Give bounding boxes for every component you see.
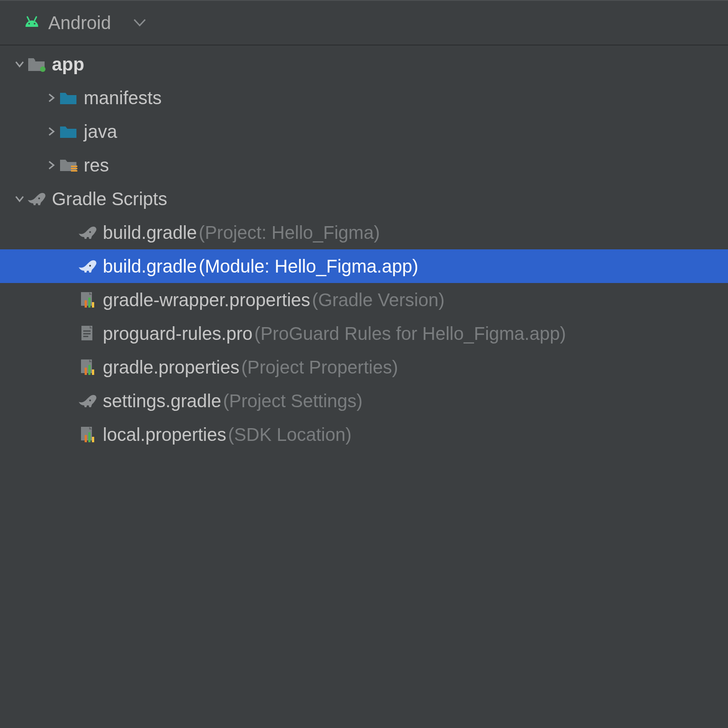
- properties-file-icon: [77, 291, 97, 308]
- svg-rect-5: [71, 166, 77, 167]
- project-view-selector[interactable]: Android: [0, 0, 728, 46]
- svg-rect-22: [92, 369, 94, 375]
- chevron-right-icon: [45, 92, 58, 103]
- tree-node-gradle-file[interactable]: local.properties(SDK Location): [0, 418, 728, 451]
- tree-node-gradle-scripts[interactable]: Gradle Scripts: [0, 182, 728, 216]
- folder-icon: [58, 124, 78, 139]
- svg-line-1: [35, 17, 36, 20]
- svg-point-8: [38, 197, 40, 199]
- svg-rect-27: [92, 437, 94, 442]
- tree-label: settings.gradle: [103, 392, 221, 410]
- chevron-down-icon: [13, 59, 26, 70]
- android-icon: [23, 15, 41, 30]
- tree-label: res: [84, 156, 109, 174]
- properties-file-icon: [77, 426, 97, 443]
- chevron-right-icon: [45, 126, 58, 137]
- tree-node-gradle-file[interactable]: build.gradle(Project: Hello_Figma): [0, 216, 728, 249]
- svg-point-9: [89, 231, 91, 233]
- svg-rect-17: [83, 333, 91, 334]
- gradle-icon: [26, 192, 46, 206]
- svg-line-0: [27, 17, 29, 20]
- tree-label: build.gradle: [103, 223, 197, 242]
- tree-label-hint: (ProGuard Rules for Hello_Figma.app): [254, 324, 566, 343]
- module-folder-icon: [26, 56, 46, 72]
- tree-node-gradle-file[interactable]: proguard-rules.pro(ProGuard Rules for He…: [0, 317, 728, 350]
- tree-label-hint: (Module: Hello_Figma.app): [199, 257, 418, 275]
- tree-node-gradle-file[interactable]: settings.gradle(Project Settings): [0, 384, 728, 418]
- gradle-icon: [77, 259, 97, 273]
- tree-node-manifests[interactable]: manifests: [0, 81, 728, 115]
- chevron-right-icon: [45, 160, 58, 171]
- tree-label-hint: (SDK Location): [228, 425, 351, 444]
- tree-label-hint: (Project Settings): [223, 392, 363, 410]
- tree-label: java: [84, 122, 117, 141]
- svg-rect-13: [88, 298, 91, 308]
- tree-node-gradle-file[interactable]: gradle.properties(Project Properties): [0, 350, 728, 384]
- tree-label: gradle-wrapper.properties: [103, 291, 310, 309]
- svg-rect-25: [85, 435, 87, 442]
- tree-label: proguard-rules.pro: [103, 324, 253, 343]
- tree-node-res[interactable]: res: [0, 148, 728, 182]
- tree-label: gradle.properties: [103, 358, 239, 376]
- svg-rect-6: [71, 168, 77, 169]
- tree-node-gradle-file[interactable]: build.gradle(Module: Hello_Figma.app): [0, 249, 728, 283]
- svg-rect-14: [92, 302, 94, 308]
- svg-rect-16: [83, 330, 91, 332]
- svg-rect-26: [88, 432, 91, 442]
- tree-label: app: [52, 55, 84, 73]
- tree-node-gradle-file[interactable]: gradle-wrapper.properties(Gradle Version…: [0, 283, 728, 317]
- properties-file-icon: [77, 359, 97, 376]
- gradle-icon: [77, 225, 97, 240]
- folder-icon: [58, 91, 78, 105]
- resource-folder-icon: [58, 157, 78, 173]
- gradle-icon: [77, 394, 97, 408]
- tree-label: manifests: [84, 89, 162, 107]
- tree-label-hint: (Gradle Version): [312, 291, 445, 309]
- svg-rect-12: [85, 300, 87, 308]
- svg-rect-18: [83, 336, 88, 337]
- svg-rect-21: [88, 365, 91, 375]
- svg-point-2: [28, 23, 30, 25]
- tree-label: Gradle Scripts: [52, 190, 167, 208]
- tree-label: local.properties: [103, 425, 226, 444]
- svg-rect-20: [85, 368, 87, 375]
- chevron-down-icon: [134, 19, 146, 26]
- project-tree: app manifests java: [0, 46, 728, 451]
- svg-rect-7: [71, 170, 77, 172]
- svg-point-10: [89, 265, 91, 267]
- tree-label-hint: (Project Properties): [241, 358, 398, 376]
- text-file-icon: [77, 325, 97, 342]
- project-panel: Android app: [0, 0, 728, 728]
- svg-point-23: [89, 399, 91, 401]
- tree-label-hint: (Project: Hello_Figma): [199, 223, 380, 242]
- tree-label: build.gradle: [103, 257, 197, 275]
- chevron-down-icon: [13, 193, 26, 204]
- tree-node-app[interactable]: app: [0, 47, 728, 81]
- svg-point-4: [40, 66, 46, 72]
- tree-node-java[interactable]: java: [0, 115, 728, 148]
- svg-point-3: [34, 23, 35, 25]
- project-view-label: Android: [48, 13, 111, 33]
